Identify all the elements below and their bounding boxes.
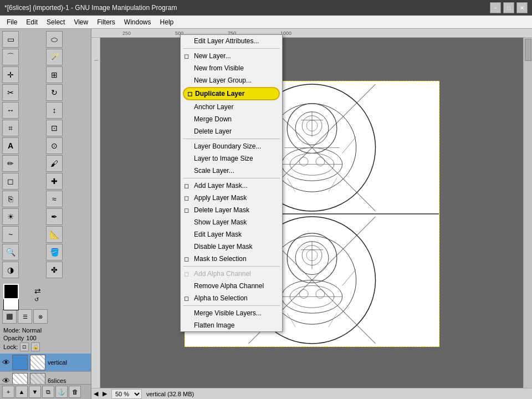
duplicate-layer-bottom-btn[interactable]: ⧉ [42, 386, 54, 398]
tool-zoom[interactable]: 🔍 [2, 244, 19, 260]
tool-paths-mode[interactable]: ☰ [18, 309, 32, 324]
cm-layer-to-image-size[interactable]: Layer to Image Size [181, 152, 282, 165]
maximize-button[interactable]: □ [503, 2, 514, 13]
tool-free-select[interactable]: ⌒ [2, 49, 19, 65]
tool-transform[interactable]: ⊡ [46, 120, 63, 136]
opacity-value: 100 [26, 335, 36, 341]
cm-new-layer-group[interactable]: New Layer Group... [181, 74, 282, 86]
tool-perspective[interactable]: ⌗ [2, 120, 19, 136]
tool-smudge[interactable]: ~ [2, 226, 19, 243]
layer-bottom-toolbar: + ▲ ▼ ⧉ ⚓ 🗑 [0, 384, 91, 399]
cm-disable-layer-mask[interactable]: Disable Layer Mask [181, 241, 282, 253]
lock-position-btn[interactable]: 🔒 [31, 342, 40, 351]
tool-rotate[interactable]: ↻ [46, 84, 63, 101]
title-bar-left: *[6slices] (imported)-1 - GNU Image Mani… [4, 4, 177, 12]
cm-apply-layer-mask-icon: ◻ [184, 195, 189, 202]
layer-eye-6slices[interactable]: 👁 [2, 376, 10, 384]
tool-erase[interactable]: ◻ [2, 173, 19, 190]
cm-scale-layer[interactable]: Scale Layer... [181, 165, 282, 177]
tool-text[interactable]: A [2, 137, 19, 154]
cm-edit-layer-mask[interactable]: Edit Layer Mask [181, 228, 282, 241]
tool-rect-select[interactable]: ▭ [2, 31, 19, 48]
reset-colors-button[interactable]: ↺ [34, 296, 41, 303]
tool-colorpick[interactable]: ⊙ [46, 137, 63, 154]
tool-ellipse-select[interactable]: ⬭ [46, 31, 63, 48]
menu-select[interactable]: Select [42, 16, 69, 28]
minimize-button[interactable]: − [490, 2, 501, 13]
v-scroll-thumb[interactable] [525, 39, 531, 61]
new-layer-bottom-btn[interactable]: + [2, 386, 14, 398]
tool-fuzzy-select[interactable]: 🪄 [46, 49, 63, 65]
cm-add-layer-mask[interactable]: ◻ Add Layer Mask... [181, 180, 282, 192]
canvas-content[interactable] [100, 38, 523, 390]
main-layout: ▭ ⬭ ⌒ 🪄 ✛ ⊞ ✂ ↻ ↔ ↕ ⌗ ⊡ A ⊙ ✏ 🖌 ◻ ✚ ⎘ ≈ … [0, 29, 532, 399]
tool-quick-mask[interactable]: ⬛ [2, 309, 17, 324]
cm-edit-layer-attrs[interactable]: Edit Layer Attributes... [181, 35, 282, 47]
vertical-scrollbar[interactable] [523, 38, 532, 390]
cm-remove-alpha-channel[interactable]: Remove Alpha Channel [181, 280, 282, 292]
cm-delete-layer[interactable]: Delete Layer [181, 125, 282, 137]
tool-heal[interactable]: ✚ [46, 173, 63, 190]
tool-paint[interactable]: 🖌 [46, 155, 63, 172]
delete-layer-bottom-btn[interactable]: 🗑 [69, 386, 81, 398]
cm-anchor-layer[interactable]: Anchor Layer [181, 101, 282, 113]
cm-layer-boundary-size[interactable]: Layer Boundary Size... [181, 140, 282, 152]
foreground-color-box[interactable] [3, 284, 19, 299]
menu-help[interactable]: Help [156, 16, 178, 28]
tool-bucket[interactable]: 🪣 [46, 244, 63, 260]
layer-thumb-vertical [12, 355, 28, 370]
menu-edit[interactable]: Edit [22, 16, 42, 28]
tool-measure[interactable]: 📐 [46, 226, 63, 243]
lock-pixels-btn[interactable]: ⊡ [20, 342, 29, 351]
cm-sep-2 [183, 139, 280, 139]
zoom-select[interactable]: 50 % 25 % 100 % 200 % [111, 389, 142, 399]
tool-clone[interactable]: ⎘ [2, 191, 19, 207]
lock-row: Lock: ⊡ 🔒 [3, 342, 88, 351]
tool-gradient[interactable]: ◑ [2, 262, 19, 278]
cm-new-layer[interactable]: ◻ New Layer... [181, 50, 282, 62]
tool-dodge[interactable]: ☀ [2, 208, 19, 225]
cm-merge-visible-layers[interactable]: Merge Visible Layers... [181, 307, 282, 319]
close-button[interactable]: ✕ [516, 2, 528, 13]
layer-name-vertical: vertical [48, 359, 89, 366]
menu-windows[interactable]: Windows [120, 16, 156, 28]
cm-merge-down[interactable]: Merge Down [181, 113, 282, 125]
layer-mask-6slices [30, 373, 45, 384]
layer-eye-vertical[interactable]: 👁 [2, 358, 10, 367]
tool-ink[interactable]: ✒ [46, 208, 63, 225]
cm-duplicate-layer[interactable]: ◻ Duplicate Layer [183, 87, 280, 100]
raise-layer-btn[interactable]: ▲ [16, 386, 28, 398]
color-section: ⇄ ↺ [0, 280, 91, 308]
nav-right-btn[interactable]: ▶ [103, 390, 107, 397]
tool-shear[interactable]: ↕ [46, 102, 63, 119]
cm-new-layer-icon: ◻ [184, 53, 189, 60]
menu-file[interactable]: File [2, 16, 22, 28]
menu-filters[interactable]: Filters [93, 16, 120, 28]
nav-left-btn[interactable]: ◀ [94, 390, 98, 397]
lower-layer-btn[interactable]: ▼ [29, 386, 41, 398]
tool-scale[interactable]: ↔ [2, 102, 19, 119]
tool-channels[interactable]: ⊗ [33, 309, 48, 324]
layer-mask-vertical [30, 355, 45, 370]
layer-thumb-6slices [12, 373, 28, 384]
tool-pencil[interactable]: ✏ [2, 155, 19, 172]
cm-apply-layer-mask[interactable]: ◻ Apply Layer Mask [181, 192, 282, 204]
cm-flatten-image[interactable]: Flatten Image [181, 319, 282, 331]
anchor-layer-bottom-btn[interactable]: ⚓ [55, 386, 68, 398]
layer-item-6slices[interactable]: 👁 6slices [0, 372, 91, 384]
layer-item-vertical[interactable]: 👁 vertical [0, 354, 91, 372]
menu-view[interactable]: View [69, 16, 93, 28]
tool-paths[interactable]: ✤ [46, 262, 63, 278]
cm-new-from-visible[interactable]: New from Visible [181, 62, 282, 74]
tool-crop[interactable]: ✂ [2, 84, 19, 101]
swap-colors-button[interactable]: ⇄ [34, 287, 41, 295]
cm-delete-layer-mask[interactable]: ◻ Delete Layer Mask [181, 204, 282, 216]
cm-alpha-to-selection[interactable]: ◻ Alpha to Selection [181, 292, 282, 304]
tool-alignment[interactable]: ⊞ [46, 66, 63, 83]
canvas-area: 250 500 750 1000 | [91, 29, 532, 399]
tool-blur[interactable]: ≈ [46, 191, 63, 207]
cm-show-layer-mask[interactable]: Show Layer Mask [181, 216, 282, 228]
tool-move[interactable]: ✛ [2, 66, 19, 83]
cm-alpha-to-selection-icon: ◻ [184, 295, 189, 302]
cm-mask-to-selection[interactable]: ◻ Mask to Selection [181, 253, 282, 265]
